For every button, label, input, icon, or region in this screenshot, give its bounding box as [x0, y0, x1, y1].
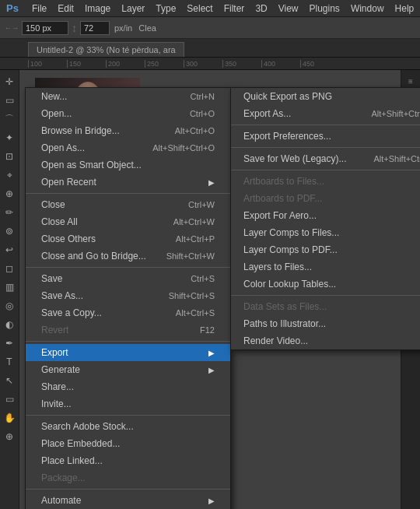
submenu-layers-to-files-label: Layers to Files...	[243, 262, 312, 272]
menu-item-open[interactable]: Open... Ctrl+O	[26, 105, 230, 122]
menu-item-close-all[interactable]: Close All Alt+Ctrl+W	[26, 213, 230, 230]
move-tool[interactable]: ✛	[1, 73, 18, 90]
menu-item-invite[interactable]: Invite...	[26, 395, 230, 412]
menu-item-open-smart[interactable]: Open as Smart Object...	[26, 156, 230, 174]
menu-item-close-label: Close	[41, 199, 65, 210]
pen-tool[interactable]: ✒	[1, 335, 18, 352]
menu-3d[interactable]: 3D	[250, 0, 272, 17]
submenu-sep-2	[231, 147, 420, 148]
menu-item-close-bridge[interactable]: Close and Go to Bridge... Shift+Ctrl+W	[26, 247, 230, 265]
width-height-divider: ↕	[72, 22, 77, 34]
brush-tool[interactable]: ✏	[1, 204, 18, 221]
menu-plugins[interactable]: Plugins	[304, 0, 345, 17]
clear-button[interactable]: Clea	[135, 22, 159, 34]
submenu-data-sets-label: Data Sets as Files...	[243, 301, 327, 312]
menu-window[interactable]: Window	[345, 0, 390, 17]
submenu-sep-4	[231, 295, 420, 296]
submenu-quick-export[interactable]: Quick Export as PNG	[231, 88, 420, 105]
menu-item-share-label: Share...	[41, 381, 74, 392]
history-panel-icon[interactable]: ≡	[403, 73, 418, 89]
menu-item-save-copy[interactable]: Save a Copy... Alt+Ctrl+S	[26, 304, 230, 321]
menu-item-browse[interactable]: Browse in Bridge... Alt+Ctrl+O	[26, 122, 230, 139]
menu-item-open-as[interactable]: Open As... Alt+Shift+Ctrl+O	[26, 139, 230, 156]
menu-item-package-label: Package...	[41, 472, 86, 483]
submenu-artboards-pdf-label: Artboards to PDF...	[243, 193, 322, 204]
hand-tool[interactable]: ✋	[1, 409, 18, 427]
submenu-render-video[interactable]: Render Video...	[231, 332, 420, 349]
menu-item-place-linked[interactable]: Place Linked...	[26, 452, 230, 469]
menu-item-open-as-shortcut: Alt+Shift+Ctrl+O	[152, 143, 215, 153]
submenu-layer-comps-files[interactable]: Layer Comps to Files...	[231, 224, 420, 241]
submenu-save-web[interactable]: Save for Web (Legacy)... Alt+Shift+Ctrl+…	[231, 150, 420, 167]
lasso-tool[interactable]: ⌒	[1, 111, 18, 128]
dodge-tool[interactable]: ◐	[1, 316, 18, 333]
shape-tool[interactable]: ▭	[1, 391, 18, 408]
menu-image[interactable]: Image	[79, 0, 116, 17]
ruler-tick-400: 400	[261, 60, 300, 68]
submenu-paths-illustrator-label: Paths to Illustrator...	[243, 318, 326, 329]
menu-type[interactable]: Type	[150, 0, 181, 17]
tools-panel: ✛ ▭ ⌒ ✦ ⊡ ⌖ ⊕ ✏ ⊚ ↩ ◻ ▥ ◎ ◐ ✒ T ↖ ▭ ✋ ⊕	[0, 70, 19, 509]
marquee-tool[interactable]: ▭	[1, 92, 18, 109]
menu-item-save[interactable]: Save Ctrl+S	[26, 270, 230, 287]
menu-item-generate[interactable]: Generate ▶	[26, 361, 230, 378]
export-submenu[interactable]: Quick Export as PNG Export As... Alt+Shi…	[230, 87, 420, 350]
menu-item-save-as[interactable]: Save As... Shift+Ctrl+S	[26, 287, 230, 304]
automate-arrow: ▶	[208, 497, 215, 505]
history-tool[interactable]: ↩	[1, 241, 18, 258]
menu-item-open-shortcut: Ctrl+O	[190, 109, 215, 118]
submenu-sep-1	[231, 125, 420, 125]
submenu-export-as-shortcut: Alt+Shift+Ctrl+W	[371, 109, 420, 118]
heal-tool[interactable]: ⊕	[1, 185, 18, 202]
toolbar-spacer: ←→	[5, 24, 19, 32]
main-area: ✛ ▭ ⌒ ✦ ⊡ ⌖ ⊕ ✏ ⊚ ↩ ◻ ▥ ◎ ◐ ✒ T ↖ ▭ ✋ ⊕ …	[0, 70, 420, 509]
menu-edit[interactable]: Edit	[52, 0, 79, 17]
ruler-tick-250: 250	[145, 60, 184, 68]
submenu-layer-comps-files-label: Layer Comps to Files...	[243, 227, 339, 238]
submenu-layer-comps-pdf-label: Layer Comps to PDF...	[243, 244, 338, 255]
blur-tool[interactable]: ◎	[1, 297, 18, 314]
submenu-layers-to-files[interactable]: Layers to Files...	[231, 258, 420, 276]
submenu-export-prefs[interactable]: Export Preferences...	[231, 128, 420, 145]
gradient-tool[interactable]: ▥	[1, 279, 18, 296]
file-menu-dropdown[interactable]: New... Ctrl+N Open... Ctrl+O Browse in B…	[25, 87, 231, 509]
path-select-tool[interactable]: ↖	[1, 372, 18, 389]
document-tab[interactable]: Untitled-2 @ 33% (No té pèrdua, ara	[28, 42, 184, 57]
width-input[interactable]	[22, 21, 68, 35]
menu-item-export[interactable]: Export ▶	[26, 344, 230, 361]
menu-item-invite-label: Invite...	[41, 398, 72, 409]
menu-item-open-recent[interactable]: Open Recent ▶	[26, 174, 230, 191]
menu-file[interactable]: File	[26, 0, 52, 17]
submenu-color-lookup[interactable]: Color Lookup Tables...	[231, 276, 420, 293]
submenu-layer-comps-pdf[interactable]: Layer Comps to PDF...	[231, 241, 420, 258]
menu-item-save-as-label: Save As...	[41, 290, 83, 301]
menu-item-automate[interactable]: Automate ▶	[26, 492, 230, 509]
clone-tool[interactable]: ⊚	[1, 223, 18, 240]
type-tool[interactable]: T	[1, 353, 18, 370]
submenu-export-as[interactable]: Export As... Alt+Shift+Ctrl+W	[231, 105, 420, 122]
menu-item-save-label: Save	[41, 273, 62, 284]
eyedropper-tool[interactable]: ⌖	[1, 167, 18, 184]
menu-item-place-embedded[interactable]: Place Embedded...	[26, 435, 230, 452]
submenu-paths-illustrator[interactable]: Paths to Illustrator...	[231, 315, 420, 332]
height-input[interactable]	[80, 21, 110, 35]
menu-layer[interactable]: Layer	[116, 0, 150, 17]
menu-select[interactable]: Select	[181, 0, 218, 17]
menu-help[interactable]: Help	[390, 0, 420, 17]
magic-wand-tool[interactable]: ✦	[1, 129, 18, 146]
open-recent-arrow: ▶	[208, 178, 215, 187]
menu-item-close-bridge-shortcut: Shift+Ctrl+W	[166, 251, 215, 261]
menu-item-search-stock[interactable]: Search Adobe Stock...	[26, 418, 230, 435]
menu-item-close-others[interactable]: Close Others Alt+Ctrl+P	[26, 230, 230, 247]
ps-logo: Ps	[3, 2, 22, 14]
zoom-tool[interactable]: ⊕	[1, 428, 18, 445]
menu-item-close[interactable]: Close Ctrl+W	[26, 196, 230, 213]
menu-item-open-recent-label: Open Recent	[41, 177, 96, 188]
eraser-tool[interactable]: ◻	[1, 260, 18, 277]
menu-item-new[interactable]: New... Ctrl+N	[26, 88, 230, 105]
menu-view[interactable]: View	[273, 0, 304, 17]
menu-item-share[interactable]: Share...	[26, 378, 230, 395]
crop-tool[interactable]: ⊡	[1, 148, 18, 165]
menu-filter[interactable]: Filter	[219, 0, 250, 17]
submenu-export-aero[interactable]: Export For Aero...	[231, 207, 420, 224]
